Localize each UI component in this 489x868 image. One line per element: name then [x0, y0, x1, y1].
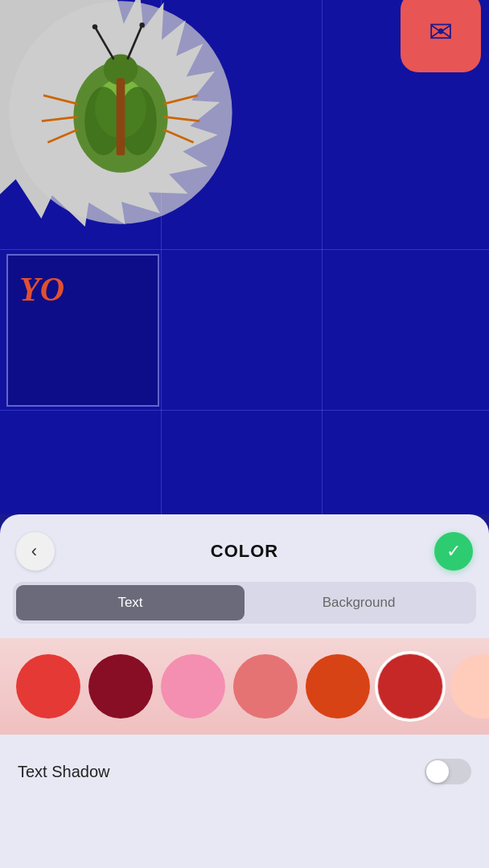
red-button[interactable]: ✉: [401, 0, 481, 72]
swatch-dark-red[interactable]: [88, 654, 153, 719]
swatch-light-red[interactable]: [233, 654, 298, 719]
tab-switcher: Text Background: [13, 582, 476, 624]
grid-line-v2: [322, 0, 323, 514]
grid-line-h2: [0, 410, 489, 411]
starburst-shape: [0, 0, 249, 241]
grid-line-h1: [0, 249, 489, 250]
confirm-button[interactable]: ✓: [434, 532, 473, 571]
swatch-orange-red[interactable]: [306, 654, 370, 719]
canvas-area: ✉ YO: [0, 0, 489, 514]
text-element-label: YO: [8, 256, 158, 323]
panel-header: ‹ COLOR ✓: [0, 514, 489, 582]
svg-point-7: [92, 24, 97, 29]
tab-text[interactable]: Text: [16, 585, 244, 620]
swatch-list: [8, 646, 489, 727]
swatch-pink[interactable]: [161, 654, 225, 719]
toggle-knob: [426, 760, 449, 783]
svg-rect-11: [117, 78, 125, 155]
swatch-red[interactable]: [16, 654, 80, 719]
panel-title: COLOR: [211, 541, 278, 562]
bug-image-element[interactable]: [0, 0, 306, 249]
envelope-icon: ✉: [429, 15, 453, 49]
back-chevron-icon: ‹: [31, 541, 37, 562]
text-element-box[interactable]: YO: [6, 254, 159, 407]
check-icon: ✓: [446, 541, 461, 562]
back-button[interactable]: ‹: [16, 532, 55, 571]
text-shadow-label: Text Shadow: [18, 763, 110, 781]
swatch-peach[interactable]: [450, 654, 489, 719]
color-panel: ‹ COLOR ✓ Text Background Text Shadow: [0, 514, 489, 868]
swatch-selected-red[interactable]: [378, 654, 442, 719]
text-shadow-toggle[interactable]: [425, 759, 471, 784]
tab-background[interactable]: Background: [244, 585, 473, 620]
swatches-area: [0, 638, 489, 735]
text-shadow-row: Text Shadow: [0, 741, 489, 802]
svg-point-8: [139, 23, 144, 27]
